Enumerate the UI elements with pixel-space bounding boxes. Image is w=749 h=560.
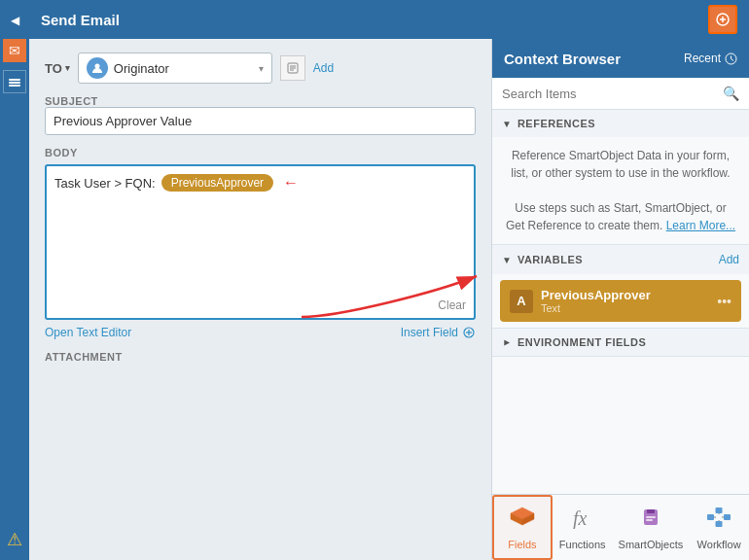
bottom-tabs: Fields fx Functions (492, 494, 749, 560)
recent-button[interactable]: Recent (684, 52, 737, 65)
previous-approver-pill[interactable]: PreviousApprover (161, 174, 273, 192)
attachment-label: ATTACHMENT (45, 351, 476, 363)
clear-button[interactable]: Clear (438, 298, 466, 312)
variable-icon: A (510, 290, 533, 313)
environment-collapse-icon: ▼ (501, 337, 512, 347)
form-panel: TO ▾ Originator ▾ (29, 39, 491, 560)
svg-rect-26 (724, 514, 731, 520)
svg-rect-1 (9, 82, 20, 84)
svg-rect-25 (707, 514, 714, 520)
tab-workflow[interactable]: Workflow (689, 495, 749, 560)
environment-title: ENVIRONMENT FIELDS (517, 336, 739, 348)
body-label: BODY (45, 147, 476, 158)
tab-functions[interactable]: fx Functions (553, 495, 613, 560)
search-icon: 🔍 (723, 86, 739, 101)
references-section: ▼ REFERENCES Reference SmartObject Data … (492, 110, 749, 245)
variables-collapse-icon: ▼ (502, 255, 512, 265)
add-button[interactable]: Add (313, 61, 334, 75)
body-editor-wrapper: Task User > FQN: PreviousApprover ← Clea… (45, 164, 476, 320)
tab-fields-label: Fields (508, 539, 536, 550)
variables-header[interactable]: ▼ VARIABLES Add (492, 245, 749, 274)
tab-smartobjects[interactable]: SmartObjects (613, 495, 690, 560)
svg-point-6 (94, 64, 99, 69)
environment-section: ▼ ENVIRONMENT FIELDS (492, 329, 749, 357)
subject-input[interactable] (45, 107, 476, 135)
add-section: Add (313, 61, 334, 75)
subject-section: SUBJECT (45, 95, 476, 135)
tab-smartobjects-label: SmartObjects (619, 539, 684, 550)
context-browser-toggle-button[interactable] (708, 5, 737, 34)
tab-workflow-label: Workflow (697, 539, 741, 550)
context-browser: Context Browser Recent 🔍 (491, 39, 749, 560)
svg-text:fx: fx (573, 508, 588, 529)
to-dropdown[interactable]: Originator ▾ (78, 52, 272, 84)
to-dropdown-chevron: ▾ (259, 63, 264, 74)
warning-icon[interactable]: ⚠ (7, 529, 22, 550)
references-collapse-icon: ▼ (502, 119, 512, 129)
attachment-section: ATTACHMENT (45, 351, 476, 363)
to-edit-button[interactable] (280, 55, 305, 81)
context-browser-body: ▼ REFERENCES Reference SmartObject Data … (492, 110, 749, 494)
references-header[interactable]: ▼ REFERENCES (492, 110, 749, 137)
body-footer: Open Text Editor Insert Field (45, 326, 476, 339)
svg-rect-2 (9, 85, 20, 87)
arrow-indicator: ← (283, 174, 299, 192)
search-bar: 🔍 (492, 78, 749, 110)
svg-rect-28 (716, 521, 723, 527)
body-text: Task User > FQN: (54, 176, 156, 191)
search-input[interactable] (502, 87, 717, 101)
to-row: TO ▾ Originator ▾ (45, 52, 476, 84)
sidebar-collapse-icon[interactable]: ◀ (7, 10, 23, 31)
svg-line-16 (731, 58, 734, 60)
to-label: TO ▾ (45, 61, 70, 76)
svg-rect-27 (716, 508, 723, 513)
to-value: Originator (114, 61, 253, 76)
insert-field-button[interactable]: Insert Field (401, 326, 476, 339)
functions-icon: fx (569, 506, 596, 535)
svg-rect-23 (646, 516, 656, 518)
tab-fields[interactable]: Fields (492, 495, 553, 560)
variables-title: VARIABLES (517, 254, 713, 265)
body-editor[interactable]: Task User > FQN: PreviousApprover ← Clea… (45, 164, 476, 320)
page-title: Send Email (41, 12, 708, 28)
workflow-icon (705, 506, 732, 535)
environment-header[interactable]: ▼ ENVIRONMENT FIELDS (492, 329, 749, 356)
variable-menu-icon[interactable]: ••• (717, 294, 731, 309)
content-split: TO ▾ Originator ▾ (29, 39, 749, 560)
learn-more-link[interactable]: Learn More... (666, 219, 735, 232)
to-chevron-icon[interactable]: ▾ (65, 63, 70, 73)
context-browser-header: Context Browser Recent (492, 39, 749, 78)
email-icon[interactable]: ✉ (3, 39, 26, 62)
variable-name: PreviousApprover (541, 288, 709, 302)
fields-icon (509, 506, 536, 535)
smartobjects-icon (637, 506, 664, 535)
main-area: Send Email TO ▾ (29, 0, 749, 560)
header: Send Email (29, 0, 749, 39)
insert-field-label: Insert Field (401, 326, 458, 339)
variable-type: Text (541, 302, 709, 314)
references-info: Reference SmartObject Data in your form,… (492, 137, 749, 244)
add-variable-button[interactable]: Add (719, 253, 739, 266)
variable-info: PreviousApprover Text (541, 288, 709, 314)
subject-label: SUBJECT (45, 95, 476, 107)
svg-rect-22 (647, 509, 655, 513)
svg-rect-0 (9, 79, 20, 81)
open-text-editor-link[interactable]: Open Text Editor (45, 326, 131, 339)
left-sidebar: ◀ ✉ ⚠ (0, 0, 29, 560)
body-section: BODY Task User > FQN: PreviousApprover ←… (45, 147, 476, 339)
originator-avatar (87, 57, 108, 79)
variable-item[interactable]: A PreviousApprover Text ••• (500, 280, 741, 322)
body-content: Task User > FQN: PreviousApprover ← (54, 174, 466, 192)
references-title: REFERENCES (517, 118, 739, 129)
context-browser-title: Context Browser (504, 51, 621, 67)
svg-rect-24 (646, 519, 653, 521)
tab-functions-label: Functions (559, 539, 606, 550)
variables-section: ▼ VARIABLES Add A PreviousApprover Text (492, 245, 749, 329)
layers-icon[interactable] (3, 70, 26, 93)
